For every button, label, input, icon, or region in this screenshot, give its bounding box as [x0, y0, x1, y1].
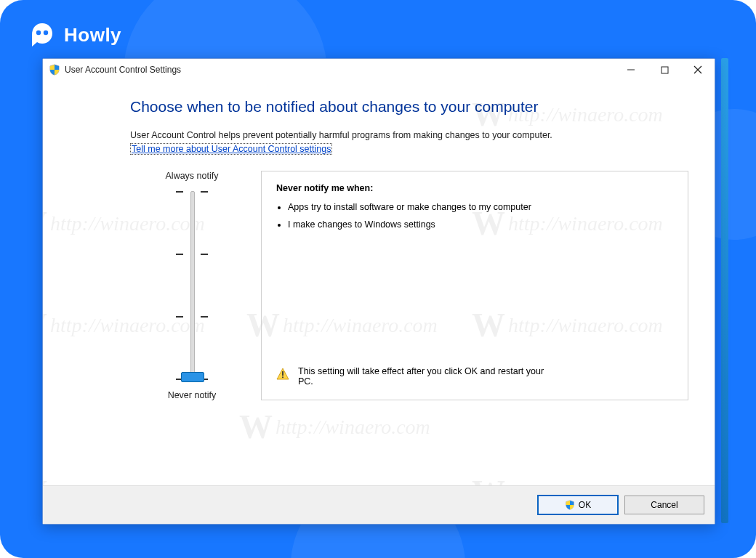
info-title: Never notify me when:: [276, 183, 673, 193]
owl-icon: [28, 20, 57, 49]
minimize-button[interactable]: [614, 59, 648, 81]
maximize-button[interactable]: [648, 59, 681, 81]
brand-logo: Howly: [28, 20, 121, 49]
shield-icon: [565, 500, 575, 510]
svg-point-1: [44, 31, 48, 35]
help-link[interactable]: Tell me more about User Account Control …: [130, 143, 332, 155]
slider-bottom-label: Never notify: [168, 390, 217, 400]
ok-button[interactable]: OK: [537, 495, 619, 515]
svg-point-0: [36, 31, 41, 35]
titlebar[interactable]: User Account Control Settings: [43, 59, 715, 81]
close-button[interactable]: [681, 59, 715, 81]
window-footer: OK Cancel: [43, 485, 715, 524]
notification-slider[interactable]: [173, 191, 211, 380]
page-background: Howly User Account Control Settings: [0, 0, 756, 558]
svg-rect-3: [662, 67, 668, 73]
svg-rect-7: [282, 376, 284, 378]
setting-info-box: Never notify me when: Apps try to instal…: [261, 171, 688, 400]
page-heading: Choose when to be notified about changes…: [130, 98, 688, 116]
slider-track: [190, 191, 195, 381]
cancel-button[interactable]: Cancel: [624, 496, 704, 514]
info-bullet: Apps try to install software or make cha…: [288, 202, 550, 212]
warning-text: This setting will take effect after you …: [298, 366, 560, 387]
brand-name: Howly: [64, 24, 121, 46]
info-bullet: I make changes to Windows settings: [288, 219, 550, 230]
slider-top-label: Always notify: [166, 171, 219, 181]
uac-window: User Account Control Settings Whttp://wi…: [42, 58, 715, 525]
shield-icon: [49, 64, 60, 76]
svg-rect-6: [282, 371, 284, 376]
page-description: User Account Control helps prevent poten…: [130, 130, 688, 140]
desktop-edge: [721, 58, 728, 523]
window-title: User Account Control Settings: [65, 65, 181, 75]
slider-thumb[interactable]: [181, 372, 204, 382]
window-content: Whttp://winaero.com Whttp://winaero.com …: [43, 81, 715, 485]
warning-icon: [276, 368, 289, 381]
